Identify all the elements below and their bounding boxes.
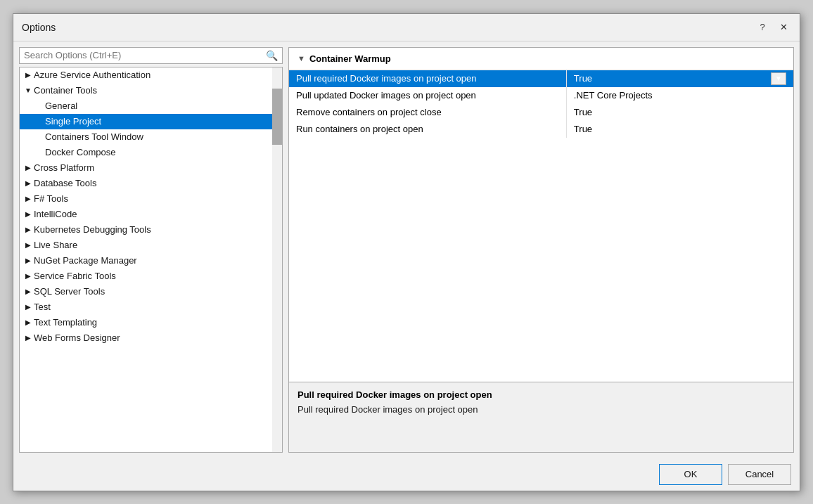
tree-label-docker-compose: Docker Compose [45,147,279,157]
tree-container[interactable]: ▶Azure Service Authentication▼Container … [19,67,283,453]
tree-label-kubernetes: Kubernetes Debugging Tools [34,224,279,235]
tree-label-live-share: Live Share [34,240,279,250]
property-value-0[interactable]: True▼ [566,70,793,87]
tree-label-service-fabric: Service Fabric Tools [34,271,279,281]
tree-label-single-project: Single Project [45,116,279,127]
tree-item-intellicode[interactable]: ▶IntelliCode [20,207,282,222]
tree-label-intellicode: IntelliCode [34,209,279,219]
property-value-text-0: True [574,73,592,84]
property-row-3[interactable]: Run containers on project openTrue [289,121,793,138]
tree-arrow-azure: ▶ [23,71,34,79]
property-name-2: Remove containers on project close [289,104,566,121]
tree-item-service-fabric[interactable]: ▶Service Fabric Tools [20,269,282,284]
tree-item-fsharp-tools[interactable]: ▶F# Tools [20,191,282,207]
tree-item-web-forms[interactable]: ▶Web Forms Designer [20,330,282,346]
tree-label-text-templating: Text Templating [34,317,279,328]
tree-arrow-kubernetes: ▶ [23,226,34,233]
tree-arrow-cross-platform: ▶ [23,164,34,172]
tree-item-sql-server[interactable]: ▶SQL Server Tools [20,284,282,299]
tree-item-cross-platform[interactable]: ▶Cross Platform [20,160,282,176]
section-header: ▼ Container Warmup [289,48,793,70]
tree-arrow-web-forms: ▶ [23,334,34,342]
property-value-1: .NET Core Projects [566,87,793,104]
property-dropdown-btn-0[interactable]: ▼ [771,72,786,85]
tree-item-general[interactable]: General [20,98,282,114]
close-button[interactable]: ✕ [776,20,791,35]
tree-label-azure: Azure Service Authentication [34,70,279,80]
description-panel: Pull required Docker images on project o… [288,382,794,453]
dialog-footer: OK Cancel [13,458,800,491]
tree-arrow-text-templating: ▶ [23,318,34,326]
description-text: Pull required Docker images on project o… [297,404,785,415]
tree-arrow-intellicode: ▶ [23,210,34,218]
property-name-1: Pull updated Docker images on project op… [289,87,566,104]
property-value-2: True [566,104,793,121]
content-panel: ▼ Container Warmup Pull required Docker … [288,47,794,382]
left-panel: 🔍 ▶Azure Service Authentication▼Containe… [19,47,283,453]
tree-arrow-test: ▶ [23,303,34,311]
tree-item-database-tools[interactable]: ▶Database Tools [20,176,282,191]
tree-label-sql-server: SQL Server Tools [34,286,279,297]
tree-label-containers-tool-window: Containers Tool Window [45,131,279,142]
search-input[interactable] [24,50,266,60]
tree-item-containers-tool-window[interactable]: Containers Tool Window [20,129,282,145]
tree-item-single-project[interactable]: Single Project [20,114,282,129]
help-button[interactable]: ? [755,20,770,35]
property-name-0: Pull required Docker images on project o… [289,70,566,87]
tree-item-test[interactable]: ▶Test [20,299,282,315]
tree-arrow-container-tools: ▼ [23,86,34,94]
tree-label-general: General [45,101,279,111]
section-expand-icon[interactable]: ▼ [297,54,305,63]
tree-item-azure[interactable]: ▶Azure Service Authentication [20,67,282,83]
search-icon: 🔍 [266,50,278,61]
options-dialog: Options ? ✕ 🔍 ▶Azure Service Authenticat… [13,13,800,491]
tree-label-test: Test [34,302,279,312]
section-title: Container Warmup [309,53,391,64]
tree-label-database-tools: Database Tools [34,178,279,188]
tree-label-nuget: NuGet Package Manager [34,255,279,266]
property-name-3: Run containers on project open [289,121,566,138]
tree-label-cross-platform: Cross Platform [34,162,279,173]
tree-item-nuget[interactable]: ▶NuGet Package Manager [20,253,282,269]
description-title: Pull required Docker images on project o… [297,389,785,400]
tree-arrow-sql-server: ▶ [23,287,34,295]
tree-arrow-nuget: ▶ [23,257,34,264]
tree-label-web-forms: Web Forms Designer [34,332,279,343]
scrollbar-track [272,67,282,452]
property-row-0[interactable]: Pull required Docker images on project o… [289,70,793,87]
tree-item-docker-compose[interactable]: Docker Compose [20,145,282,160]
property-row-1[interactable]: Pull updated Docker images on project op… [289,87,793,104]
tree-item-live-share[interactable]: ▶Live Share [20,238,282,253]
property-value-3: True [566,121,793,138]
ok-button[interactable]: OK [659,464,722,485]
tree-arrow-live-share: ▶ [23,241,34,249]
dialog-title: Options [22,22,56,33]
tree-arrow-database-tools: ▶ [23,179,34,187]
tree-arrow-fsharp-tools: ▶ [23,195,34,202]
scrollbar-thumb[interactable] [272,89,282,145]
tree-item-container-tools[interactable]: ▼Container Tools [20,83,282,98]
search-bar: 🔍 [19,47,283,64]
dialog-body: 🔍 ▶Azure Service Authentication▼Containe… [13,41,800,458]
tree-label-fsharp-tools: F# Tools [34,193,279,204]
cancel-button[interactable]: Cancel [728,464,791,485]
title-bar: Options ? ✕ [13,14,800,41]
tree-item-text-templating[interactable]: ▶Text Templating [20,315,282,330]
tree-item-kubernetes[interactable]: ▶Kubernetes Debugging Tools [20,222,282,238]
tree-label-container-tools: Container Tools [34,85,279,96]
title-bar-buttons: ? ✕ [755,20,791,35]
tree-arrow-service-fabric: ▶ [23,272,34,280]
properties-table: Pull required Docker images on project o… [289,70,793,138]
property-row-2[interactable]: Remove containers on project closeTrue [289,104,793,121]
right-panel: ▼ Container Warmup Pull required Docker … [288,47,794,453]
